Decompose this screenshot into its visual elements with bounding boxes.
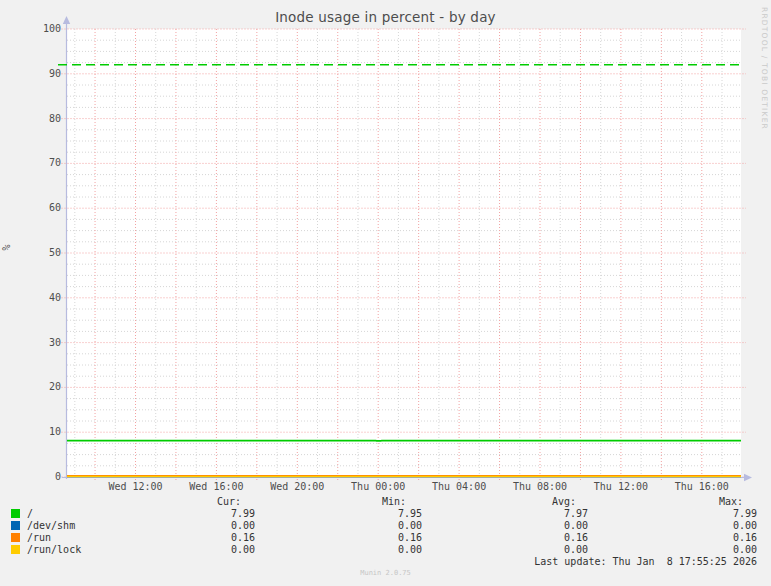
legend-row-root: / 7.99 7.95 7.97 7.99 — [0, 508, 771, 520]
legend-header-avg: Avg: — [552, 496, 576, 508]
legend-max-value: 0.16 — [733, 532, 757, 544]
legend-swatch-run — [11, 533, 20, 542]
legend-swatch-devshm — [11, 521, 20, 530]
legend-cur-value: 7.99 — [231, 508, 255, 520]
legend-label: /dev/shm — [27, 520, 75, 532]
legend-label: /run — [27, 532, 51, 544]
legend-max-value: 0.00 — [733, 544, 757, 556]
last-update-timestamp: Last update: Thu Jan 8 17:55:25 2026 — [534, 556, 757, 567]
legend-label: /run/lock — [27, 544, 81, 556]
legend-max-value: 0.00 — [733, 520, 757, 532]
legend-min-value: 7.95 — [398, 508, 422, 520]
legend-row-run: /run 0.16 0.16 0.16 0.16 — [0, 532, 771, 544]
munin-version-watermark: Munin 2.0.75 — [0, 569, 771, 577]
legend-header-cur: Cur: — [217, 496, 241, 508]
legend-row-runlock: /run/lock 0.00 0.00 0.00 0.00 — [0, 544, 771, 556]
legend-header-max: Max: — [719, 496, 743, 508]
legend-header-row: Cur: Min: Avg: Max: — [0, 496, 771, 508]
legend-cur-value: 0.00 — [231, 520, 255, 532]
munin-inode-usage-graph: Inode usage in percent - by day RRDTOOL … — [0, 0, 771, 586]
legend-header-min: Min: — [382, 496, 406, 508]
legend-swatch-root — [11, 509, 20, 518]
legend-avg-value: 0.00 — [564, 544, 588, 556]
legend-cur-value: 0.16 — [231, 532, 255, 544]
legend-label: / — [27, 508, 33, 520]
legend-max-value: 7.99 — [733, 508, 757, 520]
legend-min-value: 0.16 — [398, 532, 422, 544]
legend: Cur: Min: Avg: Max: / 7.99 7.95 7.97 7.9… — [0, 0, 771, 586]
legend-swatch-runlock — [11, 545, 20, 554]
legend-avg-value: 7.97 — [564, 508, 588, 520]
legend-row-devshm: /dev/shm 0.00 0.00 0.00 0.00 — [0, 520, 771, 532]
legend-min-value: 0.00 — [398, 520, 422, 532]
legend-cur-value: 0.00 — [231, 544, 255, 556]
legend-min-value: 0.00 — [398, 544, 422, 556]
legend-avg-value: 0.00 — [564, 520, 588, 532]
legend-avg-value: 0.16 — [564, 532, 588, 544]
